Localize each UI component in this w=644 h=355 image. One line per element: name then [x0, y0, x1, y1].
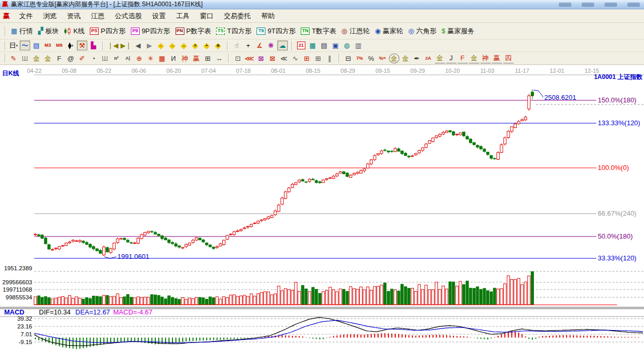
shen-tool[interactable]: 神: [180, 54, 190, 63]
zigzag-tool[interactable]: ∿: [290, 54, 301, 63]
draw-pencil-tool[interactable]: ✎: [8, 54, 19, 63]
sectors-button[interactable]: ▞板块: [35, 25, 61, 37]
percent-lines-tool[interactable]: %=: [378, 54, 388, 63]
f-angle-tool[interactable]: F: [458, 54, 468, 63]
last-bar-button[interactable]: ▶❘: [120, 41, 132, 50]
print-button[interactable]: ▥: [353, 41, 364, 50]
gann-plus-button[interactable]: ◆+: [202, 41, 212, 50]
volume-profile-button[interactable]: ▙: [88, 41, 99, 50]
9p-square-button[interactable]: P99P四方形: [128, 25, 173, 37]
chart-area[interactable]: 04-2205-0805-2206-0606-2007-0407-1808-01…: [0, 65, 644, 355]
gann-wheel-button[interactable]: ◎江恩轮: [339, 25, 372, 37]
time-grid-tool[interactable]: Ш: [20, 54, 30, 63]
titlebar-shortcut-3[interactable]: [605, 3, 617, 7]
kline-button[interactable]: K线: [61, 25, 87, 37]
percent7-tool[interactable]: 7%: [355, 54, 365, 63]
menu-item-2[interactable]: 浏览: [38, 10, 62, 22]
next-bar-button[interactable]: ▶: [144, 41, 155, 50]
hand-tool-button[interactable]: ☝: [232, 41, 242, 50]
crosshair-button[interactable]: +: [243, 41, 253, 50]
gann-star-tool[interactable]: ✳: [145, 54, 156, 63]
quotes-button[interactable]: ▦行情: [8, 25, 35, 37]
spiral-tool[interactable]: @: [65, 54, 76, 63]
menu-item-4[interactable]: 江恩: [86, 10, 110, 22]
percent-tool[interactable]: %: [366, 54, 377, 63]
a-measure-tool[interactable]: A|: [123, 54, 133, 63]
menu-item-3[interactable]: 资讯: [62, 10, 86, 22]
gann-right-button[interactable]: ◆→: [167, 41, 178, 50]
j-angle-tool[interactable]: J: [446, 54, 457, 63]
square-number-tool[interactable]: n²: [111, 54, 122, 63]
menu-item-7[interactable]: 工具: [171, 10, 195, 22]
list-panel-tool[interactable]: ⊟: [343, 54, 354, 63]
shape-tool-button[interactable]: ❋: [266, 41, 276, 50]
prev-bar-button[interactable]: ◀: [133, 41, 143, 50]
fib-levels-tool[interactable]: F: [54, 54, 64, 63]
gann-cross-button[interactable]: ◆✕: [190, 41, 200, 50]
ray-lines-tool[interactable]: ≪: [279, 54, 289, 63]
menu-item-8[interactable]: 窗口: [195, 10, 219, 22]
ma3-button[interactable]: M3: [43, 41, 53, 50]
t-square-button[interactable]: TST四方形: [213, 25, 254, 37]
menu-item-6[interactable]: 设置: [147, 10, 171, 22]
menu-item-9[interactable]: 交易委托: [219, 10, 256, 22]
menu-item-5[interactable]: 公式选股: [110, 10, 147, 22]
ying-tool[interactable]: 赢: [191, 54, 202, 63]
gann-expand-button[interactable]: ◆↔: [179, 41, 189, 50]
time-cycle-tool[interactable]: ◔: [88, 54, 99, 63]
span-measure-tool[interactable]: ↔: [214, 54, 224, 63]
titlebar-shortcut-1[interactable]: [559, 3, 571, 7]
save-button[interactable]: ▣: [330, 41, 341, 50]
hexagon-button[interactable]: ◎六角形: [406, 25, 439, 37]
gold-angle-tool[interactable]: 金: [435, 54, 445, 63]
ma9-button[interactable]: M9: [54, 41, 64, 50]
time-price-grid-tool[interactable]: ⊞: [313, 54, 324, 63]
square-fan-tool[interactable]: ⊠: [256, 54, 266, 63]
info-panel-button[interactable]: ▤: [31, 41, 42, 50]
titlebar-shortcut-2[interactable]: [582, 3, 594, 7]
menu-item-10[interactable]: 帮助: [256, 10, 280, 22]
wave-mark-tool[interactable]: И: [168, 54, 179, 63]
memo-button[interactable]: ▤: [319, 41, 329, 50]
calendar-button[interactable]: 21: [296, 41, 306, 50]
winner-wheel-button[interactable]: ◉赢家轮: [372, 25, 406, 37]
titlebar-shortcut-4[interactable]: [627, 3, 640, 7]
square-box-tool[interactable]: ⊡: [233, 54, 243, 63]
gann-center-button[interactable]: ◆⊕: [213, 41, 223, 50]
angle-pencil-tool[interactable]: ✐: [77, 54, 87, 63]
golden-section-tool[interactable]: 金: [31, 54, 42, 63]
kline-period-button[interactable]: 日▾: [8, 41, 19, 50]
winner-service-button[interactable]: $赢家服务: [439, 25, 477, 37]
gold-lines-tool[interactable]: 金: [400, 54, 411, 63]
four-angle-tool[interactable]: 四: [503, 54, 514, 63]
p-number-button[interactable]: PNP数字表: [173, 25, 214, 37]
gann-left-button[interactable]: ◆←: [156, 41, 166, 50]
first-bar-button[interactable]: ❘◀: [107, 41, 119, 50]
snapshot-button[interactable]: ◍: [342, 41, 352, 50]
angle-measure-button[interactable]: ∡: [254, 41, 265, 50]
ying-angle-tool[interactable]: 赢: [492, 54, 502, 63]
bar-count-tool[interactable]: Ш: [100, 54, 110, 63]
trend-curve-button[interactable]: 〜: [20, 41, 30, 50]
t-number-button[interactable]: TNT数字表: [298, 25, 339, 37]
golden-price-tool[interactable]: 金: [43, 54, 53, 63]
gold-circle-tool[interactable]: 金: [389, 54, 399, 63]
box-fan-tool[interactable]: ⊠: [267, 54, 278, 63]
9t-square-button[interactable]: T99T四方形: [254, 25, 298, 37]
smart-analysis-button[interactable]: ☁: [277, 41, 288, 50]
gann-box-tool[interactable]: ▦: [157, 54, 167, 63]
ha-lines-tool[interactable]: ♯A: [423, 54, 434, 63]
menu-item-1[interactable]: 文件: [14, 10, 38, 22]
price-grid-tool[interactable]: ⊞: [302, 54, 312, 63]
calculator-button[interactable]: ▦: [307, 41, 318, 50]
gold-angle2-tool[interactable]: 金: [469, 54, 479, 63]
p-square-button[interactable]: PSP四方形: [87, 25, 128, 37]
pen-mark-tool[interactable]: ✒: [412, 54, 422, 63]
gann-circle-tool[interactable]: ⊕: [134, 54, 144, 63]
fan-lines-tool[interactable]: ⋘: [244, 54, 255, 63]
shen-angle-tool[interactable]: 神: [480, 54, 491, 63]
ruler-tool[interactable]: ⊞: [203, 54, 213, 63]
parallel-lines-tool[interactable]: ∥: [325, 54, 335, 63]
candle-style-button[interactable]: ⧫▾: [65, 41, 76, 50]
pattern-select-button[interactable]: ⚒: [77, 41, 87, 50]
